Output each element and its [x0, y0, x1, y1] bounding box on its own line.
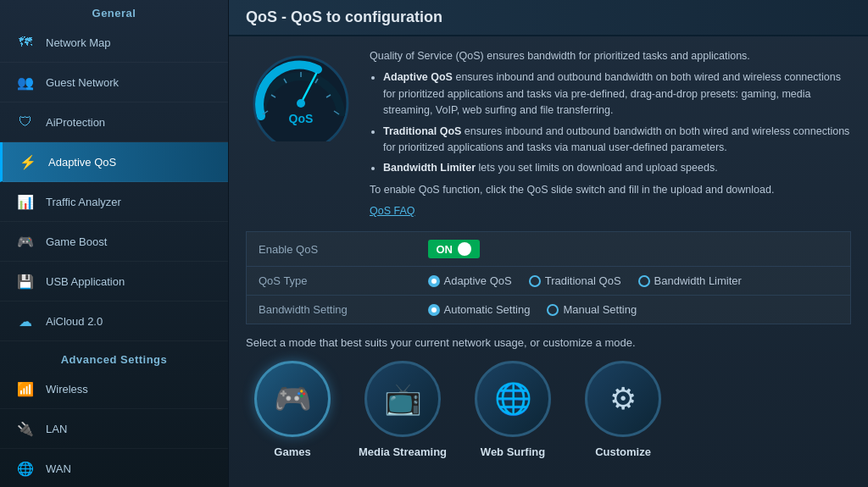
advanced-section-label: Advanced Settings — [0, 346, 228, 369]
bandwidth-radio-group: Automatic SettingManual Setting — [428, 303, 839, 316]
bandwidth-label: Bandwidth Setting — [247, 296, 416, 324]
sidebar-item-aicloud[interactable]: ☁AiCloud 2.0 — [0, 302, 228, 341]
sidebar-icon-guest-network: 👥 — [14, 70, 37, 94]
sidebar-item-usb-application[interactable]: 💾USB Application — [0, 262, 228, 302]
radio-dot — [638, 275, 650, 287]
toggle-label: ON — [437, 243, 453, 256]
mode-icon-customize: ⚙ — [585, 361, 661, 437]
sidebar-item-game-boost[interactable]: 🎮Game Boost — [0, 222, 228, 262]
sidebar-label-traffic-analyzer: Traffic Analyzer — [46, 196, 121, 208]
qos-type-option[interactable]: Traditional QoS — [529, 274, 621, 287]
sidebar-icon-network-map: 🗺 — [14, 30, 37, 54]
speedometer-graphic: QoS — [246, 48, 356, 141]
sidebar-item-network-map[interactable]: 🗺Network Map — [0, 23, 228, 63]
sidebar-item-guest-network[interactable]: 👥Guest Network — [0, 63, 228, 102]
mode-section-label: Select a mode that best suits your curre… — [246, 336, 851, 349]
qos-type-option[interactable]: Bandwidth Limiter — [638, 274, 742, 287]
sidebar-item-aiprotection[interactable]: 🛡AiProtection — [0, 102, 228, 142]
sidebar-label-guest-network: Guest Network — [46, 76, 119, 89]
enable-info: To enable QoS function, click the QoS sl… — [370, 182, 851, 198]
mode-card-games[interactable]: 🎮 Games — [246, 361, 339, 458]
mode-label-games: Games — [274, 445, 310, 458]
sidebar-label-game-boost: Game Boost — [46, 235, 107, 248]
mode-icon-web-surfing: 🌐 — [475, 361, 551, 437]
intro-paragraph: Quality of Service (QoS) ensures bandwid… — [370, 48, 851, 64]
sidebar-label-aicloud: AiCloud 2.0 — [46, 315, 103, 328]
sidebar-label-network-map: Network Map — [46, 36, 111, 49]
qos-type-option[interactable]: Adaptive QoS — [428, 274, 512, 287]
toggle-circle — [458, 242, 471, 256]
info-box: QoS Quality of Service (QoS) ensures ban… — [246, 48, 851, 219]
radio-dot — [428, 304, 440, 316]
settings-table: Enable QoS ON QoS Type Adaptive QoSTradi… — [246, 231, 851, 324]
svg-point-9 — [297, 99, 305, 108]
radio-dot — [547, 304, 559, 316]
mode-label-media-streaming: Media Streaming — [359, 445, 447, 458]
sidebar-item-adaptive-qos[interactable]: ⚡Adaptive QoS — [0, 142, 228, 182]
mode-card-web-surfing[interactable]: 🌐 Web Surfing — [466, 361, 559, 458]
enable-qos-label: Enable QoS — [247, 232, 416, 267]
mode-label-customize: Customize — [595, 445, 651, 458]
sidebar-icon-wan: 🌐 — [14, 457, 37, 480]
sidebar: General 🗺Network Map👥Guest Network🛡AiPro… — [0, 0, 229, 487]
radio-label: Traditional QoS — [545, 274, 621, 287]
radio-dot — [428, 275, 440, 287]
bandwidth-option[interactable]: Manual Setting — [547, 303, 637, 316]
sidebar-icon-wireless: 📶 — [14, 377, 37, 401]
main-content: QoS Quality of Service (QoS) ensures ban… — [229, 36, 868, 487]
sidebar-item-wireless[interactable]: 📶Wireless — [0, 369, 228, 409]
radio-label: Bandwidth Limiter — [654, 274, 742, 287]
mode-icon-media-streaming: 📺 — [364, 361, 441, 437]
sidebar-icon-usb-application: 💾 — [14, 269, 37, 293]
sidebar-icon-lan: 🔌 — [14, 417, 37, 440]
sidebar-label-wan: WAN — [46, 462, 71, 475]
main-panel: QoS - QoS to configuration — [229, 0, 868, 487]
radio-label: Adaptive QoS — [444, 274, 512, 287]
sidebar-item-wan[interactable]: 🌐WAN — [0, 449, 228, 487]
sidebar-icon-adaptive-qos: ⚡ — [16, 150, 40, 174]
bullet-item: Adaptive QoS ensures inbound and outboun… — [383, 69, 851, 119]
enable-qos-toggle[interactable]: ON — [428, 240, 481, 258]
sidebar-icon-aiprotection: 🛡 — [14, 110, 37, 134]
sidebar-icon-aicloud: ☁ — [14, 309, 37, 333]
bandwidth-row: Bandwidth Setting Automatic SettingManua… — [247, 296, 851, 324]
radio-label: Manual Setting — [563, 303, 637, 316]
bullet-item: Traditional QoS ensures inbound and outb… — [383, 124, 851, 157]
sidebar-label-adaptive-qos: Adaptive QoS — [48, 156, 116, 169]
bullet-item: Bandwidth Limiter lets you set limits on… — [383, 160, 851, 176]
enable-qos-row: Enable QoS ON — [247, 232, 851, 267]
sidebar-icon-game-boost: 🎮 — [14, 230, 37, 253]
sidebar-label-lan: LAN — [46, 423, 67, 435]
mode-card-media-streaming[interactable]: 📺 Media Streaming — [356, 361, 449, 458]
sidebar-label-wireless: Wireless — [46, 383, 88, 396]
mode-label-web-surfing: Web Surfing — [481, 445, 545, 458]
mode-icon-games: 🎮 — [254, 361, 331, 437]
qos-type-radio-group: Adaptive QoSTraditional QoSBandwidth Lim… — [428, 274, 839, 287]
general-section-label: General — [0, 0, 228, 23]
qos-type-row: QoS Type Adaptive QoSTraditional QoSBand… — [247, 267, 851, 296]
svg-text:QoS: QoS — [289, 112, 314, 125]
sidebar-item-traffic-analyzer[interactable]: 📊Traffic Analyzer — [0, 182, 228, 222]
mode-card-customize[interactable]: ⚙ Customize — [576, 361, 670, 458]
bandwidth-option[interactable]: Automatic Setting — [428, 303, 531, 316]
sidebar-item-lan[interactable]: 🔌LAN — [0, 409, 228, 449]
sidebar-label-aiprotection: AiProtection — [46, 116, 105, 129]
radio-dot — [529, 275, 541, 287]
qos-type-label: QoS Type — [247, 267, 416, 296]
page-title: QoS - QoS to configuration — [246, 8, 851, 26]
qos-faq-link[interactable]: QoS FAQ — [370, 205, 415, 217]
radio-label: Automatic Setting — [444, 303, 531, 316]
sidebar-label-usb-application: USB Application — [46, 275, 125, 288]
mode-cards: 🎮 Games 📺 Media Streaming 🌐 Web Surfing … — [246, 361, 851, 458]
info-text-block: Quality of Service (QoS) ensures bandwid… — [370, 48, 851, 219]
sidebar-icon-traffic-analyzer: 📊 — [14, 190, 37, 213]
main-header: QoS - QoS to configuration — [229, 0, 868, 36]
